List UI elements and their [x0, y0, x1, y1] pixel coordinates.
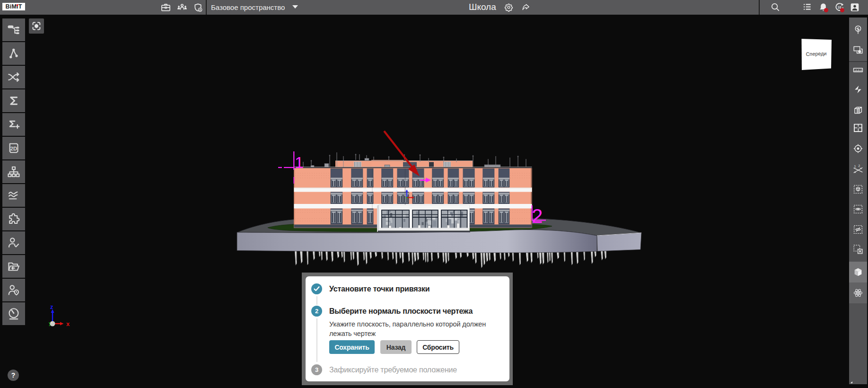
svg-text:2: 2: [532, 205, 543, 227]
svg-text:1: 1: [295, 153, 304, 171]
svg-text:2: 2: [859, 164, 860, 168]
svg-text:1: 1: [854, 165, 856, 168]
svg-text:x: x: [66, 320, 70, 327]
svg-text:Спереди: Спереди: [806, 51, 826, 57]
svg-text:z: z: [50, 303, 53, 310]
svg-text:2D: 2D: [10, 146, 17, 151]
